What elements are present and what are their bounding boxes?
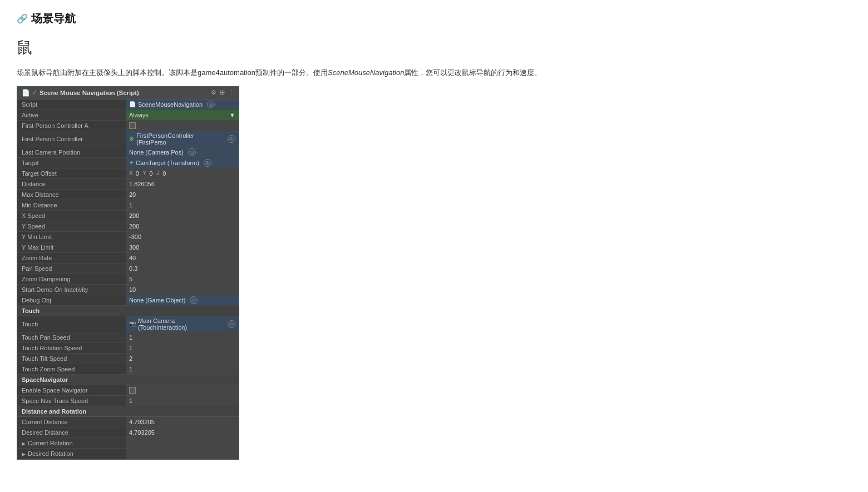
lastcam-select-btn[interactable]: ◎ [188, 148, 196, 156]
row-start-demo: Start Demo On Inactivity 10 [17, 285, 239, 295]
label-space-nav-speed: Space Nav Trans Speed [17, 396, 126, 405]
value-space-nav-speed[interactable]: 1 [126, 396, 239, 406]
value-max-distance[interactable]: 20 [126, 190, 239, 200]
fpc-select-btn[interactable]: ◎ [228, 135, 235, 143]
value-debug-obj[interactable]: None (Game Object) ◎ [126, 295, 239, 305]
value-current-distance[interactable]: 4.703205 [126, 417, 239, 427]
grid-icon[interactable]: ⊞ [220, 89, 225, 96]
title-text: 场景导航 [31, 11, 76, 26]
description: 场景鼠标导航由附加在主摄像头上的脚本控制。该脚本是game4automation… [17, 67, 851, 78]
value-pan-speed[interactable]: 0.3 [126, 264, 239, 274]
space-nav-checkbox[interactable] [129, 387, 136, 394]
more-icon[interactable]: ⋮ [228, 89, 234, 96]
row-space-nav-speed: Space Nav Trans Speed 1 [17, 396, 239, 406]
value-y-max-limit[interactable]: 300 [126, 242, 239, 252]
inspector-header-icons: ⚙ ⊞ ⋮ [211, 89, 234, 96]
target-icon: ✦ [129, 160, 134, 166]
value-touch-zoom-speed[interactable]: 1 [126, 364, 239, 374]
settings-icon[interactable]: ⚙ [211, 89, 216, 96]
row-touch-zoom-speed: Touch Zoom Speed 1 [17, 364, 239, 375]
value-touch-rotation-speed[interactable]: 1 [126, 343, 239, 353]
value-start-demo[interactable]: 10 [126, 285, 239, 295]
file-icon: 📄 [129, 101, 136, 107]
value-x-speed[interactable]: 200 [126, 211, 239, 221]
value-fpc-active [126, 121, 239, 131]
value-touch-pan-speed[interactable]: 1 [126, 332, 239, 342]
check-icon: ✓ [32, 89, 37, 96]
link-icon: 🔗 [17, 13, 28, 24]
script-icon: 📄 [22, 89, 30, 97]
label-touch-pan-speed: Touch Pan Speed [17, 333, 126, 342]
label-x-speed: X Speed [17, 211, 126, 220]
y-field[interactable]: Y 0 [141, 170, 152, 177]
row-y-speed: Y Speed 200 [17, 221, 239, 232]
expand-arrow-desired-rotation[interactable]: ▶ [22, 451, 26, 457]
row-current-rotation: ▶Current Rotation [17, 438, 239, 449]
debug-select-btn[interactable]: ◎ [190, 296, 198, 304]
label-touch-rotation-speed: Touch Rotation Speed [17, 344, 126, 352]
label-fpc: First Person Controller [17, 135, 126, 143]
row-last-cam: Last Camera Position None (Camera Pos) ◎ [17, 147, 239, 158]
label-y-max-limit: Y Max Limit [17, 243, 126, 252]
value-active[interactable]: Always ▼ [126, 110, 239, 120]
expand-arrow-current-rotation[interactable]: ▶ [22, 441, 26, 446]
value-zoom-rate[interactable]: 40 [126, 253, 239, 263]
label-distance: Distance [17, 180, 126, 188]
section-dist-rotation: Distance and Rotation [17, 406, 239, 417]
row-touch-rotation-speed: Touch Rotation Speed 1 [17, 343, 239, 354]
section-touch: Touch [17, 306, 239, 316]
value-target[interactable]: ✦ CamTarget (Transform) ◎ [126, 158, 239, 168]
value-touch-tilt-speed[interactable]: 2 [126, 354, 239, 364]
value-last-cam[interactable]: None (Camera Pos) ◎ [126, 147, 239, 157]
row-script: Script 📄 SceneMouseNavigation ◎ [17, 100, 239, 110]
label-start-demo: Start Demo On Inactivity [17, 285, 126, 294]
label-y-speed: Y Speed [17, 222, 126, 231]
label-max-distance: Max Distance [17, 190, 126, 199]
inspector-title: Scene Mouse Navigation (Script) [40, 90, 209, 96]
value-desired-distance[interactable]: 4.703205 [126, 428, 239, 438]
row-distance: Distance 1.826056 [17, 179, 239, 190]
label-pan-speed: Pan Speed [17, 264, 126, 273]
row-target: Target ✦ CamTarget (Transform) ◎ [17, 158, 239, 168]
row-touch-ref: Touch 📷 Main Camera (TouchInteraction) ◎ [17, 316, 239, 332]
touch-select-btn[interactable]: ◎ [228, 320, 235, 328]
row-fpc: First Person Controller ⚙ FirstPersonCon… [17, 131, 239, 147]
row-debug-obj: Debug Obj None (Game Object) ◎ [17, 295, 239, 306]
value-y-min-limit[interactable]: -300 [126, 232, 239, 242]
value-distance[interactable]: 1.826056 [126, 179, 239, 189]
mouse-icon: 鼠 [17, 37, 851, 58]
target-select-btn[interactable]: ◎ [204, 159, 211, 167]
row-active: Active Always ▼ [17, 110, 239, 121]
fpc-active-checkbox[interactable] [129, 122, 136, 129]
label-target-offset: Target Offset [17, 169, 126, 178]
value-touch-ref[interactable]: 📷 Main Camera (TouchInteraction) ◎ [126, 316, 239, 332]
value-target-offset: X 0 Y 0 Z 0 [126, 168, 239, 178]
row-x-speed: X Speed 200 [17, 211, 239, 221]
value-script[interactable]: 📄 SceneMouseNavigation ◎ [126, 100, 239, 110]
label-debug-obj: Debug Obj [17, 296, 126, 305]
row-fpc-active: First Person Controller A [17, 121, 239, 131]
x-field[interactable]: X 0 [129, 170, 139, 177]
value-desired-rotation [126, 449, 239, 459]
value-zoom-dampening[interactable]: 5 [126, 274, 239, 284]
row-zoom-rate: Zoom Rate 40 [17, 253, 239, 264]
value-y-speed[interactable]: 200 [126, 221, 239, 231]
row-enable-space-nav: Enable Space Navigator [17, 385, 239, 396]
label-current-rotation: ▶Current Rotation [17, 439, 126, 448]
value-current-rotation [126, 438, 239, 448]
inspector-panel: 📄 ✓ Scene Mouse Navigation (Script) ⚙ ⊞ … [17, 86, 239, 460]
label-zoom-dampening: Zoom Dampening [17, 275, 126, 284]
row-y-min-limit: Y Min Limit -300 [17, 232, 239, 242]
label-y-min-limit: Y Min Limit [17, 232, 126, 241]
gear-icon: ⚙ [129, 136, 134, 142]
select-btn[interactable]: ◎ [207, 101, 215, 108]
inspector-header: 📄 ✓ Scene Mouse Navigation (Script) ⚙ ⊞ … [17, 87, 239, 100]
z-field[interactable]: Z 0 [155, 170, 166, 177]
label-last-cam: Last Camera Position [17, 148, 126, 157]
label-script: Script [17, 100, 126, 109]
value-fpc[interactable]: ⚙ FirstPersonController (FirstPerso ◎ [126, 131, 239, 147]
section-spacenavigator: SpaceNavigator [17, 375, 239, 385]
row-target-offset: Target Offset X 0 Y 0 Z 0 [17, 168, 239, 179]
value-min-distance[interactable]: 1 [126, 200, 239, 210]
row-touch-pan-speed: Touch Pan Speed 1 [17, 332, 239, 343]
